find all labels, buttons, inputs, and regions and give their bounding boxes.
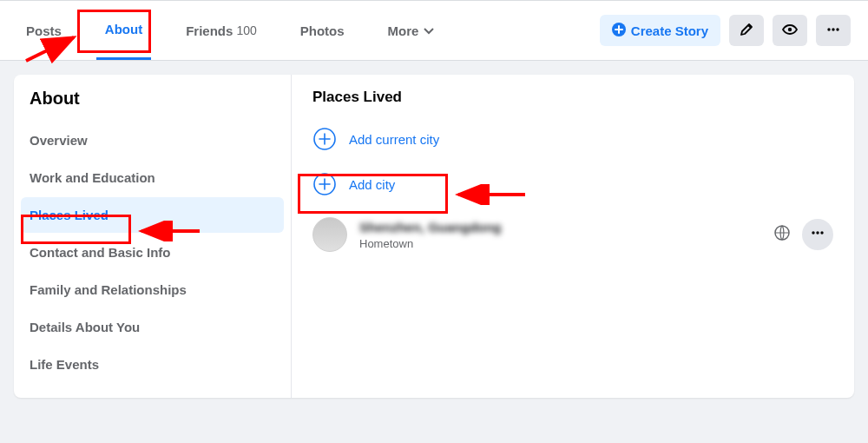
sidebar-item-contact-basic[interactable]: Contact and Basic Info (21, 235, 284, 270)
view-as-button[interactable] (773, 15, 807, 46)
globe-icon (774, 225, 790, 244)
profile-tabs: Posts About Friends 100 Photos More (17, 1, 443, 60)
plus-circle-outline-icon (312, 127, 337, 151)
profile-tabs-bar: Posts About Friends 100 Photos More Crea… (0, 0, 868, 61)
svg-point-4 (836, 28, 838, 30)
tab-label: More (388, 23, 419, 38)
svg-point-1 (788, 27, 792, 30)
create-story-label: Create Story (631, 23, 708, 38)
sidebar-item-overview[interactable]: Overview (21, 122, 284, 158)
svg-point-10 (820, 231, 823, 234)
place-row-actions (774, 219, 833, 250)
profile-actions: Create Story (600, 15, 851, 46)
add-current-city-button[interactable]: Add current city (312, 127, 833, 151)
tab-label: Friends (186, 23, 233, 38)
pencil-icon (740, 23, 753, 39)
audience-selector[interactable] (774, 225, 790, 244)
place-name: Shenzhen, Guangdong (359, 220, 501, 235)
plus-circle-icon (612, 23, 626, 39)
add-city-label: Add city (349, 177, 395, 192)
tab-friends[interactable]: Friends 100 (177, 1, 266, 60)
tab-label: Posts (26, 23, 62, 38)
caret-down-icon (424, 25, 434, 36)
svg-point-8 (812, 231, 814, 234)
plus-circle-outline-icon (312, 172, 337, 196)
sidebar-item-family-relationships[interactable]: Family and Relationships (21, 272, 284, 307)
sidebar-heading: About (21, 89, 284, 109)
tab-label: About (105, 22, 142, 36)
sidebar-item-places-lived[interactable]: Places Lived (21, 197, 284, 233)
svg-point-2 (827, 28, 830, 30)
tab-label: Photos (300, 23, 345, 38)
place-info: Shenzhen, Guangdong Hometown (359, 220, 762, 250)
about-panel: About Overview Work and Education Places… (14, 75, 854, 398)
edit-profile-button[interactable] (729, 15, 764, 46)
hometown-entry: Shenzhen, Guangdong Hometown (312, 217, 833, 252)
about-main: Places Lived Add current city Add city S… (292, 75, 854, 398)
svg-point-9 (816, 231, 819, 234)
add-current-city-label: Add current city (349, 132, 439, 147)
tab-friends-count: 100 (236, 23, 256, 37)
place-sub-label: Hometown (359, 237, 762, 250)
tab-photos[interactable]: Photos (292, 1, 353, 60)
overflow-menu-button[interactable] (816, 15, 851, 46)
sidebar-item-details-about-you[interactable]: Details About You (21, 309, 284, 345)
section-heading: Places Lived (312, 89, 833, 106)
add-city-button[interactable]: Add city (312, 172, 833, 196)
sidebar-item-work-education[interactable]: Work and Education (21, 160, 284, 195)
eye-icon (782, 22, 798, 40)
sidebar-item-life-events[interactable]: Life Events (21, 347, 284, 382)
svg-point-3 (832, 28, 834, 30)
about-sidebar: About Overview Work and Education Places… (14, 75, 292, 398)
create-story-button[interactable]: Create Story (600, 15, 720, 46)
tab-posts[interactable]: Posts (17, 1, 70, 60)
three-dots-icon (825, 22, 841, 40)
place-options-button[interactable] (802, 219, 833, 250)
tab-more[interactable]: More (379, 1, 444, 60)
place-thumbnail (312, 217, 347, 252)
three-dots-icon (810, 225, 825, 244)
about-content: About Overview Work and Education Places… (0, 61, 868, 412)
tab-about[interactable]: About (96, 1, 151, 60)
